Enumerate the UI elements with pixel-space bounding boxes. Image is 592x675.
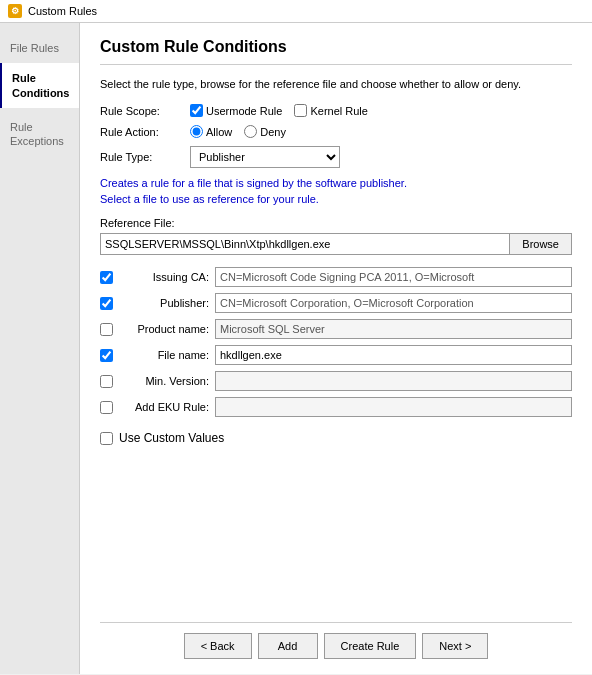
issuing-ca-checkbox[interactable]: [100, 271, 113, 284]
product-name-checkbox[interactable]: [100, 323, 113, 336]
publisher-label: Publisher:: [119, 297, 209, 309]
use-custom-checkbox[interactable]: [100, 432, 113, 445]
usermode-checkbox-item: Usermode Rule: [190, 104, 282, 117]
content-area: Custom Rule Conditions Select the rule t…: [80, 23, 592, 674]
usermode-checkbox[interactable]: [190, 104, 203, 117]
file-name-input[interactable]: [215, 345, 572, 365]
sidebar-item-rule-exceptions[interactable]: Rule Exceptions: [0, 112, 79, 157]
add-eku-rule-checkbox[interactable]: [100, 401, 113, 414]
next-button[interactable]: Next >: [422, 633, 488, 659]
file-name-label: File name:: [119, 349, 209, 361]
deny-radio[interactable]: [244, 125, 257, 138]
ref-file-label: Reference File:: [100, 217, 572, 229]
publisher-input[interactable]: [215, 293, 572, 313]
title-bar-text: Custom Rules: [28, 5, 97, 17]
field-row-product-name: Product name:: [100, 319, 572, 339]
field-row-min-version: Min. Version:: [100, 371, 572, 391]
sidebar-item-rule-conditions[interactable]: Rule Conditions: [0, 63, 79, 108]
product-name-input[interactable]: [215, 319, 572, 339]
rule-action-row: Rule Action: Allow Deny: [100, 125, 572, 138]
kernel-label: Kernel Rule: [310, 105, 367, 117]
ref-file-row: Browse: [100, 233, 572, 255]
kernel-checkbox[interactable]: [294, 104, 307, 117]
issuing-ca-input[interactable]: [215, 267, 572, 287]
rule-action-label: Rule Action:: [100, 126, 190, 138]
page-title: Custom Rule Conditions: [100, 38, 572, 65]
create-rule-button[interactable]: Create Rule: [324, 633, 417, 659]
min-version-input[interactable]: [215, 371, 572, 391]
fields-grid: Issuing CA:Publisher:Product name:File n…: [100, 267, 572, 417]
add-eku-rule-input[interactable]: [215, 397, 572, 417]
kernel-checkbox-item: Kernel Rule: [294, 104, 367, 117]
min-version-label: Min. Version:: [119, 375, 209, 387]
allow-label: Allow: [206, 126, 232, 138]
add-button[interactable]: Add: [258, 633, 318, 659]
deny-radio-item: Deny: [244, 125, 286, 138]
sidebar-item-file-rules[interactable]: File Rules: [0, 33, 79, 63]
field-row-file-name: File name:: [100, 345, 572, 365]
file-name-checkbox[interactable]: [100, 349, 113, 362]
back-button[interactable]: < Back: [184, 633, 252, 659]
field-row-publisher: Publisher:: [100, 293, 572, 313]
allow-radio[interactable]: [190, 125, 203, 138]
rule-scope-checkboxes: Usermode Rule Kernel Rule: [190, 104, 368, 117]
field-row-issuing-ca: Issuing CA:: [100, 267, 572, 287]
rule-scope-label: Rule Scope:: [100, 105, 190, 117]
main-container: File Rules Rule Conditions Rule Exceptio…: [0, 23, 592, 674]
rule-type-select[interactable]: Publisher Path Hash: [190, 146, 340, 168]
allow-radio-item: Allow: [190, 125, 232, 138]
hint-text: Creates a rule for a file that is signed…: [100, 176, 572, 207]
issuing-ca-label: Issuing CA:: [119, 271, 209, 283]
add-eku-rule-label: Add EKU Rule:: [119, 401, 209, 413]
app-icon: ⚙: [8, 4, 22, 18]
use-custom-label: Use Custom Values: [119, 431, 224, 445]
product-name-label: Product name:: [119, 323, 209, 335]
rule-action-radios: Allow Deny: [190, 125, 286, 138]
publisher-checkbox[interactable]: [100, 297, 113, 310]
field-row-add-eku-rule: Add EKU Rule:: [100, 397, 572, 417]
browse-button[interactable]: Browse: [510, 233, 572, 255]
rule-scope-row: Rule Scope: Usermode Rule Kernel Rule: [100, 104, 572, 117]
min-version-checkbox[interactable]: [100, 375, 113, 388]
description-text: Select the rule type, browse for the ref…: [100, 77, 572, 92]
use-custom-row: Use Custom Values: [100, 431, 572, 445]
ref-file-input[interactable]: [100, 233, 510, 255]
footer: < Back Add Create Rule Next >: [100, 622, 572, 659]
rule-type-label: Rule Type:: [100, 151, 190, 163]
deny-label: Deny: [260, 126, 286, 138]
title-bar: ⚙ Custom Rules: [0, 0, 592, 23]
rule-type-row: Rule Type: Publisher Path Hash: [100, 146, 572, 168]
usermode-label: Usermode Rule: [206, 105, 282, 117]
sidebar: File Rules Rule Conditions Rule Exceptio…: [0, 23, 80, 674]
